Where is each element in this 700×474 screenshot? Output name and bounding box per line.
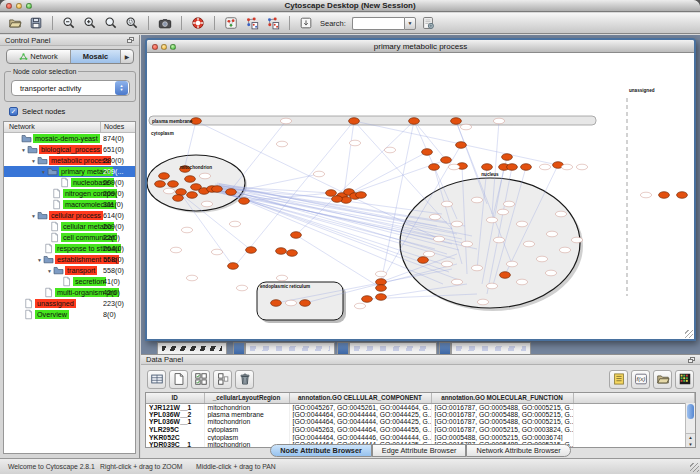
table-scrollbar-thumb[interactable] — [687, 404, 694, 419]
zoom-in-button[interactable] — [81, 14, 99, 32]
gene-node-selected[interactable] — [502, 154, 513, 161]
gene-node-selected[interactable] — [187, 192, 198, 199]
gene-node-selected[interactable] — [500, 272, 511, 279]
table-row[interactable]: YPL036W__1mitochondrion[GO:0044464, GO:0… — [146, 418, 695, 426]
import-network-button[interactable] — [222, 14, 240, 32]
gene-node[interactable] — [236, 285, 247, 291]
edge[interactable] — [215, 184, 437, 226]
table-cell[interactable]: [GO:0016787, GO:0005488, GO:0005215, G..… — [431, 411, 573, 419]
network-canvas[interactable]: plasma membranecytoplasmmitochondrionnuc… — [147, 54, 694, 339]
gene-node[interactable] — [506, 261, 517, 267]
gene-node[interactable] — [471, 197, 482, 203]
frame-resize-grip[interactable] — [685, 330, 693, 338]
table-cell[interactable]: [GO:0044464, GO:0044444, GO:0044425, G..… — [289, 418, 431, 426]
tree-row-macromolecule[interactable]: macromolecule311(0) — [4, 199, 135, 210]
tree-row-cellular-process[interactable]: ▼cellular process614(0) — [4, 210, 135, 221]
zoom-fit-button[interactable] — [102, 14, 120, 32]
table-cell[interactable]: cytoplasm — [204, 433, 289, 441]
expander-icon[interactable]: ▼ — [20, 147, 27, 153]
table-cell[interactable]: YPL036W__2 — [146, 411, 204, 419]
gene-node[interactable] — [354, 303, 365, 309]
attribute-selector-button[interactable] — [147, 370, 166, 389]
gene-node[interactable] — [451, 279, 462, 285]
gene-node[interactable] — [516, 279, 527, 285]
expander-icon[interactable]: ▼ — [40, 169, 47, 175]
gene-node-selected[interactable] — [239, 198, 250, 205]
gene-node[interactable] — [451, 221, 462, 227]
table-row[interactable]: YKR052Ccytoplasm[GO:0044464, GO:0044446,… — [146, 433, 695, 441]
window-titlebar[interactable]: Cytoscape Desktop (New Session) — [0, 0, 700, 12]
gene-node[interactable] — [523, 241, 534, 247]
gene-node[interactable] — [545, 270, 556, 276]
gene-node[interactable] — [559, 247, 570, 253]
gene-node[interactable] — [201, 201, 212, 207]
zoom-selected-button[interactable] — [123, 14, 141, 32]
tab-node-attribute-browser[interactable]: Node Attribute Browser — [270, 444, 372, 457]
table-cell[interactable]: mitochondrion — [204, 403, 289, 411]
gene-node[interactable] — [486, 283, 497, 289]
gene-node[interactable] — [516, 221, 527, 227]
gene-node-selected[interactable] — [246, 247, 257, 254]
unselect-all-attributes-button[interactable] — [213, 370, 232, 389]
search-input[interactable] — [352, 17, 404, 30]
save-session-button[interactable] — [27, 14, 45, 32]
tree-row-cell-communicat[interactable]: cell communicat22(0) — [4, 232, 135, 243]
edge[interactable] — [344, 152, 427, 196]
edge[interactable] — [354, 121, 558, 165]
gene-node[interactable] — [441, 261, 452, 267]
gene-node[interactable] — [576, 164, 587, 170]
snapshot-button[interactable] — [156, 14, 174, 32]
gene-node-selected[interactable] — [422, 149, 433, 156]
zoom-out-button[interactable] — [60, 14, 78, 32]
gene-node-selected[interactable] — [376, 294, 387, 301]
network-view-titlebar[interactable]: primary metabolic process — [147, 40, 694, 53]
tree-row-overview[interactable]: Overview8(0) — [4, 309, 135, 320]
table-row[interactable]: YLR295Ccytoplasm[GO:0045263, GO:0044464,… — [146, 426, 695, 434]
network-tree-panel[interactable]: Network Nodes mosaic-demo-yeast874(0)▼bi… — [3, 121, 136, 454]
attribute-table[interactable]: ID_cellularLayoutRegionannotation.GO CEL… — [145, 392, 696, 448]
gene-node-selected[interactable] — [271, 300, 282, 307]
column-header[interactable]: annotation.GO MOLECULAR_FUNCTION — [431, 393, 573, 403]
gene-node[interactable] — [423, 251, 434, 257]
gene-node[interactable] — [497, 209, 508, 215]
gene-node[interactable] — [486, 217, 497, 223]
gene-node-selected[interactable] — [155, 181, 166, 188]
gene-node[interactable] — [170, 247, 181, 253]
node-color-dropdown[interactable]: transporter activity ▲▼ — [11, 80, 130, 96]
gene-node[interactable] — [433, 236, 444, 242]
gene-node[interactable] — [448, 164, 459, 170]
tab-network-attribute-browser[interactable]: Network Attribute Browser — [466, 444, 570, 457]
expander-icon[interactable]: ▼ — [36, 257, 43, 263]
gene-node[interactable] — [441, 201, 452, 207]
table-cell[interactable]: cytoplasm — [204, 426, 289, 434]
table-cell[interactable]: YLR295C — [146, 426, 204, 434]
gene-node-selected[interactable] — [291, 232, 302, 239]
gene-node-selected[interactable] — [176, 189, 187, 196]
tree-row-primary-metabo[interactable]: ▼primary metabo209(... — [4, 166, 135, 177]
window-resize-grip[interactable] — [690, 463, 699, 472]
gene-node-selected[interactable] — [168, 181, 179, 188]
gene-node[interactable] — [199, 173, 210, 179]
select-all-attributes-button[interactable] — [191, 370, 210, 389]
gene-node-selected[interactable] — [659, 192, 670, 199]
table-cell[interactable]: [GO:0016787, GO:0005488, GO:0005215, G..… — [431, 418, 573, 426]
gene-node-selected[interactable] — [441, 157, 452, 164]
gene-node-selected[interactable] — [418, 257, 429, 264]
table-cell[interactable]: [GO:0016787, GO:0005215, GO:0003824, G..… — [431, 426, 573, 434]
gene-node-selected[interactable] — [677, 192, 688, 199]
gene-node[interactable] — [429, 214, 440, 220]
gene-node-selected[interactable] — [287, 250, 298, 257]
help-button[interactable] — [189, 14, 207, 32]
gene-node[interactable] — [571, 237, 582, 243]
table-cell[interactable]: plasma membrane — [204, 411, 289, 419]
destroy-view-button[interactable] — [264, 14, 282, 32]
tree-row-response-to-stimulu[interactable]: response to stimulu264(0) — [4, 243, 135, 254]
table-cell[interactable]: [GO:0044464, GO:0044446, GO:0044444, G..… — [289, 433, 431, 441]
table-cell[interactable]: [GO:0045267, GO:0045261, GO:0044464, G..… — [289, 403, 431, 411]
search-dropdown-arrow-icon[interactable]: ▼ — [404, 17, 416, 30]
gene-node[interactable] — [349, 140, 360, 146]
gene-node[interactable] — [460, 124, 471, 130]
attribute-batch-button[interactable] — [609, 370, 628, 389]
gene-node-selected[interactable] — [521, 164, 532, 171]
gene-node[interactable] — [276, 141, 287, 147]
